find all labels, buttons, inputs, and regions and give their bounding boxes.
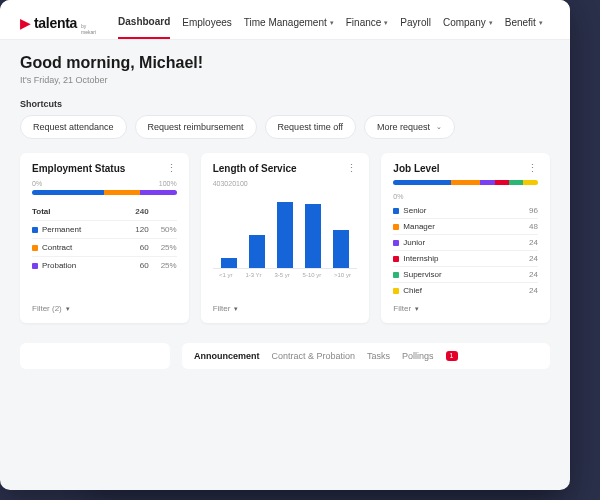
table-row: Senior96 (393, 203, 538, 218)
nav-payroll[interactable]: Payroll (400, 10, 431, 39)
row-label: Senior (403, 206, 426, 215)
color-swatch-icon (393, 240, 399, 246)
chart-bar (249, 235, 265, 268)
table-row: Contract 60 25% (32, 238, 177, 256)
row-label: Internship (403, 254, 438, 263)
nav-label: Finance (346, 17, 382, 28)
bar-segment (104, 190, 140, 195)
row-label: Contract (42, 243, 72, 252)
job-table: Senior96 Manager48 Junior24 Internship24… (393, 203, 538, 298)
job-bar (393, 180, 538, 185)
row-label: Chief (403, 286, 422, 295)
bar-segment (509, 180, 523, 185)
bottom-card-left (20, 343, 170, 369)
tab-pollings[interactable]: Pollings (402, 351, 434, 361)
chart-bar (333, 230, 349, 269)
employment-bar (32, 190, 177, 195)
table-row: Probation 60 25% (32, 256, 177, 274)
chevron-down-icon: ▾ (234, 305, 238, 313)
chevron-down-icon: ▾ (415, 305, 419, 313)
pollings-badge: 1 (446, 351, 458, 361)
chart-code: 403020100 (213, 180, 358, 187)
nav-time-management[interactable]: Time Management ▾ (244, 10, 334, 39)
nav-label: Time Management (244, 17, 327, 28)
tab-announcement[interactable]: Announcement (194, 351, 260, 361)
card-filter[interactable]: Filter ▾ (393, 298, 538, 313)
total-label: Total (32, 207, 121, 216)
row-label: Manager (403, 222, 435, 231)
chevron-down-icon: ▾ (489, 19, 493, 27)
shortcut-label: More request (377, 122, 430, 132)
shortcuts-label: Shortcuts (20, 99, 550, 109)
card-menu-icon[interactable]: ⋮ (527, 163, 538, 174)
shortcut-more-request[interactable]: More request ⌄ (364, 115, 455, 139)
table-row: Manager48 (393, 218, 538, 234)
table-row: Supervisor24 (393, 266, 538, 282)
row-count: 24 (529, 254, 538, 263)
card-job-level: Job Level ⋮ 0% Senior96 Manager48 Junior… (381, 153, 550, 323)
main-window: ▶ talenta by mekari Dashboard Employees … (0, 0, 570, 490)
chevron-down-icon: ▾ (384, 19, 388, 27)
shortcut-request-reimbursement[interactable]: Request reimbursement (135, 115, 257, 139)
nav-company[interactable]: Company ▾ (443, 10, 493, 39)
logo-mark-icon: ▶ (20, 15, 31, 31)
bar-segment (393, 180, 451, 185)
pct-left: 0% (393, 193, 403, 200)
employment-table: Total 240 Permanent 120 50% Contract 60 … (32, 203, 177, 274)
chevron-down-icon: ▾ (330, 19, 334, 27)
color-swatch-icon (393, 224, 399, 230)
card-filter[interactable]: Filter ▾ (213, 298, 358, 313)
shortcut-request-attendance[interactable]: Request attendance (20, 115, 127, 139)
card-menu-icon[interactable]: ⋮ (166, 163, 177, 174)
card-title: Employment Status (32, 163, 125, 174)
row-count: 120 (121, 225, 149, 234)
shortcut-request-timeoff[interactable]: Request time off (265, 115, 356, 139)
row-label: Permanent (42, 225, 81, 234)
greeting-title: Good morning, Michael! (20, 54, 550, 72)
x-label: 5-10 yr (303, 272, 322, 278)
bar-segment (32, 190, 104, 195)
logo: ▶ talenta by mekari (20, 15, 96, 35)
color-swatch-icon (393, 208, 399, 214)
row-count: 24 (529, 286, 538, 295)
card-length-of-service: Length of Service ⋮ 403020100 <1 yr 1-3 … (201, 153, 370, 323)
tab-contract-probation[interactable]: Contract & Probation (272, 351, 356, 361)
total-value: 240 (121, 207, 149, 216)
filter-label: Filter (2) (32, 304, 62, 313)
pct-right: 100% (159, 180, 177, 187)
table-row: Chief24 (393, 282, 538, 298)
tab-tasks[interactable]: Tasks (367, 351, 390, 361)
color-swatch-icon (32, 227, 38, 233)
card-filter[interactable]: Filter (2) ▾ (32, 298, 177, 313)
table-row: Permanent 120 50% (32, 220, 177, 238)
chart-bar (221, 258, 237, 268)
greeting: Good morning, Michael! It's Friday, 21 O… (20, 54, 550, 85)
card-menu-icon[interactable]: ⋮ (346, 163, 357, 174)
row-count: 60 (121, 261, 149, 270)
chart-bar (277, 202, 293, 268)
main-nav: Dashboard Employees Time Management ▾ Fi… (118, 10, 543, 39)
nav-dashboard[interactable]: Dashboard (118, 10, 170, 39)
card-employment-status: Employment Status ⋮ 0% 100% Total 240 (20, 153, 189, 323)
bar-segment (523, 180, 537, 185)
logo-subtext: by mekari (81, 23, 96, 35)
row-pct: 25% (149, 243, 177, 252)
color-swatch-icon (32, 263, 38, 269)
topbar: ▶ talenta by mekari Dashboard Employees … (0, 0, 570, 40)
nav-label: Company (443, 17, 486, 28)
bottom-card-tabs: Announcement Contract & Probation Tasks … (182, 343, 550, 369)
shortcuts-row: Request attendance Request reimbursement… (20, 115, 550, 139)
x-label: 1-3 Yr (245, 272, 261, 278)
nav-benefit[interactable]: Benefit ▾ (505, 10, 543, 39)
nav-employees[interactable]: Employees (182, 10, 231, 39)
row-label: Junior (403, 238, 425, 247)
cards-row: Employment Status ⋮ 0% 100% Total 240 (20, 153, 550, 323)
row-pct: 50% (149, 225, 177, 234)
row-count: 48 (529, 222, 538, 231)
table-row: Junior24 (393, 234, 538, 250)
filter-label: Filter (213, 304, 231, 313)
filter-label: Filter (393, 304, 411, 313)
nav-label: Benefit (505, 17, 536, 28)
nav-finance[interactable]: Finance ▾ (346, 10, 389, 39)
table-row: Internship24 (393, 250, 538, 266)
